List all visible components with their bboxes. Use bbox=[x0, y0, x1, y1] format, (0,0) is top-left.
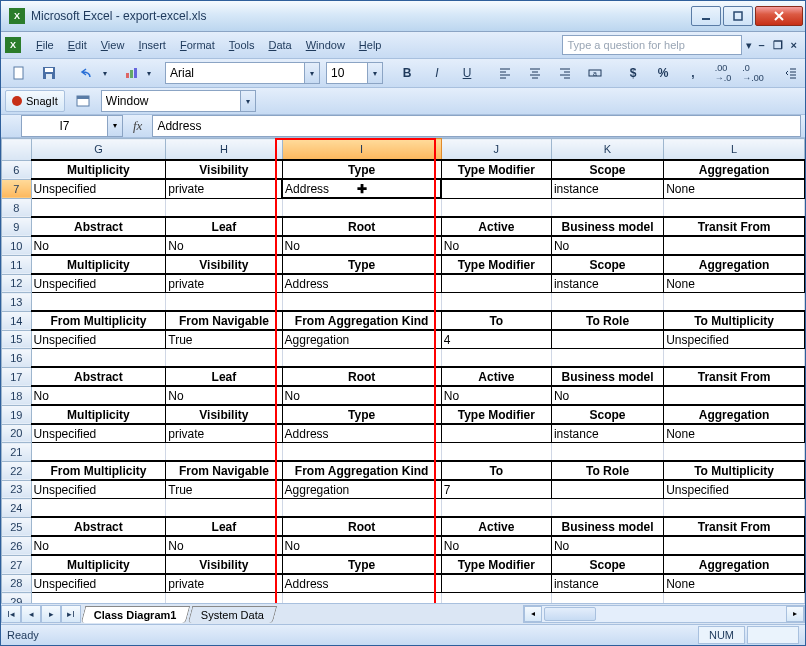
cell-I26[interactable]: No bbox=[282, 536, 441, 555]
cell-H22[interactable]: From Navigable bbox=[166, 461, 282, 480]
cell-G14[interactable]: From Multiplicity bbox=[31, 311, 166, 330]
cell-L19[interactable]: Aggregation bbox=[664, 405, 805, 424]
cell-I25[interactable]: Root bbox=[282, 517, 441, 536]
cell-G24[interactable] bbox=[31, 499, 166, 518]
cell-J22[interactable]: To bbox=[441, 461, 551, 480]
cell-I19[interactable]: Type bbox=[282, 405, 441, 424]
cell-K12[interactable]: instance bbox=[551, 274, 663, 293]
cell-G18[interactable]: No bbox=[31, 386, 166, 405]
cell-J18[interactable]: No bbox=[441, 386, 551, 405]
cell-J24[interactable] bbox=[441, 499, 551, 518]
percent-button[interactable]: % bbox=[649, 62, 677, 84]
grid[interactable]: GHIJKL6MultiplicityVisibilityTypeType Mo… bbox=[1, 138, 805, 603]
cell-I15[interactable]: Aggregation bbox=[282, 330, 441, 349]
cell-L14[interactable]: To Multiplicity bbox=[664, 311, 805, 330]
cell-K23[interactable] bbox=[551, 480, 663, 499]
cell-G7[interactable]: Unspecified bbox=[31, 179, 166, 198]
cell-L25[interactable]: Transit From bbox=[664, 517, 805, 536]
doc-minimize-button[interactable]: – bbox=[758, 39, 764, 51]
cell-L29[interactable] bbox=[664, 593, 805, 604]
bold-button[interactable]: B bbox=[393, 62, 421, 84]
cell-J25[interactable]: Active bbox=[441, 517, 551, 536]
cell-K18[interactable]: No bbox=[551, 386, 663, 405]
row-header-23[interactable]: 23 bbox=[2, 480, 32, 499]
cell-K17[interactable]: Business model bbox=[551, 367, 663, 386]
cell-G13[interactable] bbox=[31, 293, 166, 312]
cell-L28[interactable]: None bbox=[664, 574, 805, 593]
cell-G21[interactable] bbox=[31, 443, 166, 462]
cell-G25[interactable]: Abstract bbox=[31, 517, 166, 536]
scroll-right-button[interactable]: ▸ bbox=[786, 606, 804, 622]
cell-I10[interactable]: No bbox=[282, 236, 441, 255]
cell-G26[interactable]: No bbox=[31, 536, 166, 555]
cell-H11[interactable]: Visibility bbox=[166, 255, 282, 274]
snagit-button[interactable]: SnagIt bbox=[5, 90, 65, 112]
cell-H18[interactable]: No bbox=[166, 386, 282, 405]
cell-H6[interactable]: Visibility bbox=[166, 160, 282, 179]
font-size-combo[interactable]: ▾ bbox=[326, 62, 383, 84]
row-header-29[interactable]: 29 bbox=[2, 593, 32, 604]
tab-last-button[interactable]: ▸I bbox=[61, 605, 81, 623]
row-header-16[interactable]: 16 bbox=[2, 349, 32, 368]
row-header-7[interactable]: 7 bbox=[2, 179, 32, 198]
cell-G16[interactable] bbox=[31, 349, 166, 368]
cell-K27[interactable]: Scope bbox=[551, 555, 663, 574]
col-header-H[interactable]: H bbox=[166, 139, 282, 161]
cell-H19[interactable]: Visibility bbox=[166, 405, 282, 424]
menu-format[interactable]: Format bbox=[173, 37, 222, 53]
menu-window[interactable]: Window bbox=[299, 37, 352, 53]
cell-J26[interactable]: No bbox=[441, 536, 551, 555]
cell-H28[interactable]: private bbox=[166, 574, 282, 593]
font-size-input[interactable] bbox=[327, 64, 367, 82]
cell-H13[interactable] bbox=[166, 293, 282, 312]
row-header-22[interactable]: 22 bbox=[2, 461, 32, 480]
undo-dropdown-icon[interactable]: ▾ bbox=[103, 69, 107, 78]
sheet-tab-0[interactable]: Class Diagram1 bbox=[81, 606, 190, 623]
row-header-6[interactable]: 6 bbox=[2, 160, 32, 179]
row-header-21[interactable]: 21 bbox=[2, 443, 32, 462]
cell-H25[interactable]: Leaf bbox=[166, 517, 282, 536]
row-header-18[interactable]: 18 bbox=[2, 386, 32, 405]
cell-K20[interactable]: instance bbox=[551, 424, 663, 443]
cell-L17[interactable]: Transit From bbox=[664, 367, 805, 386]
cell-J9[interactable]: Active bbox=[441, 217, 551, 236]
cell-J12[interactable] bbox=[441, 274, 551, 293]
help-search-input[interactable]: Type a question for help bbox=[562, 35, 742, 55]
cell-G29[interactable] bbox=[31, 593, 166, 604]
cell-I21[interactable] bbox=[282, 443, 441, 462]
cell-J23[interactable]: 7 bbox=[441, 480, 551, 499]
chevron-down-icon[interactable]: ▾ bbox=[304, 63, 319, 83]
cell-H8[interactable] bbox=[166, 198, 282, 217]
cell-G27[interactable]: Multiplicity bbox=[31, 555, 166, 574]
cell-H10[interactable]: No bbox=[166, 236, 282, 255]
minimize-button[interactable] bbox=[691, 6, 721, 26]
cell-G20[interactable]: Unspecified bbox=[31, 424, 166, 443]
row-header-12[interactable]: 12 bbox=[2, 274, 32, 293]
decrease-decimal-button[interactable]: .0→.00 bbox=[739, 62, 767, 84]
cell-H27[interactable]: Visibility bbox=[166, 555, 282, 574]
row-header-27[interactable]: 27 bbox=[2, 555, 32, 574]
cell-J14[interactable]: To bbox=[441, 311, 551, 330]
row-header-26[interactable]: 26 bbox=[2, 536, 32, 555]
cell-H24[interactable] bbox=[166, 499, 282, 518]
cell-K15[interactable] bbox=[551, 330, 663, 349]
scroll-thumb[interactable] bbox=[544, 607, 596, 621]
cell-J16[interactable] bbox=[441, 349, 551, 368]
cell-I11[interactable]: Type bbox=[282, 255, 441, 274]
cell-K16[interactable] bbox=[551, 349, 663, 368]
col-header-G[interactable]: G bbox=[31, 139, 166, 161]
cell-K28[interactable]: instance bbox=[551, 574, 663, 593]
cell-L7[interactable]: None bbox=[664, 179, 805, 198]
cell-I27[interactable]: Type bbox=[282, 555, 441, 574]
toolbar-options-icon[interactable]: ▾ bbox=[147, 69, 151, 78]
cell-L12[interactable]: None bbox=[664, 274, 805, 293]
cell-K29[interactable] bbox=[551, 593, 663, 604]
row-header-24[interactable]: 24 bbox=[2, 499, 32, 518]
cell-J27[interactable]: Type Modifier bbox=[441, 555, 551, 574]
fx-icon[interactable]: fx bbox=[133, 118, 142, 134]
col-header-I[interactable]: I bbox=[282, 139, 441, 161]
cell-H21[interactable] bbox=[166, 443, 282, 462]
decrease-indent-button[interactable] bbox=[777, 62, 805, 84]
row-header-15[interactable]: 15 bbox=[2, 330, 32, 349]
cell-K11[interactable]: Scope bbox=[551, 255, 663, 274]
